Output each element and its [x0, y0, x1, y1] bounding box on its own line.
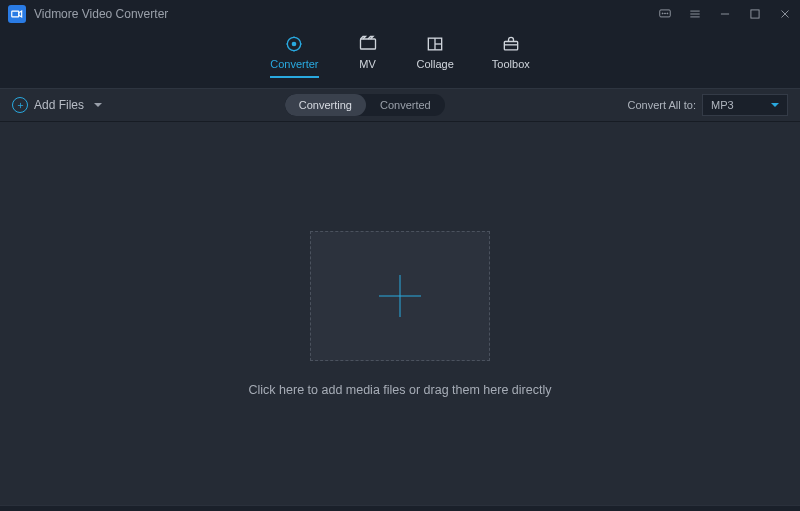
tab-toolbox-label: Toolbox: [492, 58, 530, 70]
chevron-down-icon: [771, 103, 779, 107]
dropzone[interactable]: [310, 231, 490, 361]
add-files-button[interactable]: Add Files: [12, 97, 102, 113]
svg-rect-14: [360, 39, 375, 49]
plus-icon: [379, 275, 421, 317]
svg-point-13: [293, 42, 296, 45]
format-selected: MP3: [711, 99, 734, 111]
dropzone-hint: Click here to add media files or drag th…: [249, 383, 552, 397]
svg-point-3: [665, 13, 666, 14]
close-icon[interactable]: [778, 7, 792, 21]
titlebar: Vidmore Video Converter: [0, 0, 800, 28]
window-controls: [658, 7, 792, 21]
svg-rect-18: [504, 42, 517, 50]
svg-point-4: [667, 13, 668, 14]
svg-rect-0: [12, 11, 19, 17]
feedback-icon[interactable]: [658, 7, 672, 21]
segment-converting[interactable]: Converting: [285, 94, 366, 116]
minimize-icon[interactable]: [718, 7, 732, 21]
tab-toolbox[interactable]: Toolbox: [492, 34, 530, 78]
format-dropdown[interactable]: MP3: [702, 94, 788, 116]
segment-converted[interactable]: Converted: [366, 94, 445, 116]
app-logo: [8, 5, 26, 23]
add-files-label: Add Files: [34, 98, 84, 112]
svg-point-2: [662, 13, 663, 14]
chevron-down-icon: [94, 103, 102, 107]
tab-converter[interactable]: Converter: [270, 34, 318, 78]
menu-icon[interactable]: [688, 7, 702, 21]
tab-collage[interactable]: Collage: [417, 34, 454, 78]
svg-rect-9: [751, 10, 759, 18]
toolbar: Add Files Converting Converted Convert A…: [0, 88, 800, 122]
nav-tabs: Converter MV Collage Toolbox: [0, 28, 800, 88]
convert-all-to-label: Convert All to:: [628, 99, 696, 111]
tab-mv-label: MV: [359, 58, 376, 70]
maximize-icon[interactable]: [748, 7, 762, 21]
app-title: Vidmore Video Converter: [34, 7, 658, 21]
footer: Save to: C:\Vidmore\Vidmore Video Conver…: [0, 505, 800, 511]
tab-converter-label: Converter: [270, 58, 318, 70]
status-segment: Converting Converted: [285, 94, 445, 116]
convert-all-to: Convert All to: MP3: [628, 94, 788, 116]
plus-icon: [12, 97, 28, 113]
workspace: Click here to add media files or drag th…: [0, 122, 800, 505]
tab-collage-label: Collage: [417, 58, 454, 70]
tab-mv[interactable]: MV: [357, 34, 379, 78]
